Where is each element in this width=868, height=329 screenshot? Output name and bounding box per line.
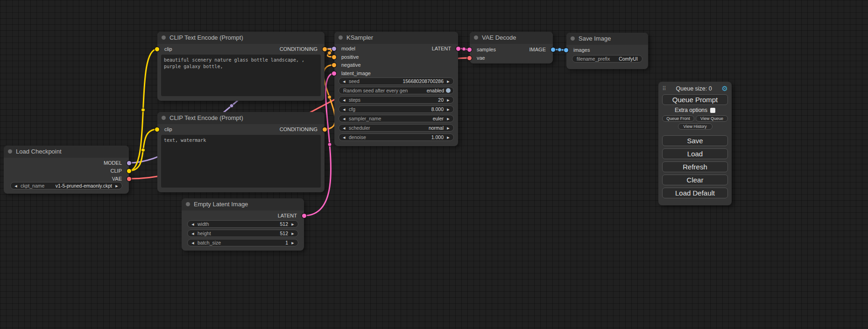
widget-denoise[interactable]: ◀ denoise 1.000 ▶ [339,133,454,141]
widget-width[interactable]: ◀ width 512 ▶ [187,220,298,228]
output-label-latent: LATENT [278,212,297,220]
node-title-label: KSampler [346,34,373,41]
queue-front-button[interactable]: Queue Front [662,115,694,122]
node-ksampler[interactable]: KSampler model LATENT positive negative … [334,32,458,146]
widget-steps[interactable]: ◀ steps 20 ▶ [339,96,454,104]
collapse-dot-icon[interactable] [8,149,12,154]
port-clip-input[interactable] [155,127,159,132]
load-default-button[interactable]: Load Default [662,188,728,198]
toggle-icon[interactable] [446,88,451,93]
collapse-dot-icon[interactable] [186,202,190,206]
port-vae-output[interactable] [127,177,131,181]
collapse-dot-icon[interactable] [474,35,478,40]
node-title-bar[interactable]: KSampler [334,32,458,44]
view-queue-button[interactable]: View Queue [696,115,728,122]
collapse-dot-icon[interactable] [162,116,166,120]
widget-batch-size[interactable]: ◀ batch_size 1 ▶ [187,239,298,246]
arrow-left-icon[interactable]: ◀ [341,136,347,139]
arrow-right-icon[interactable]: ▶ [445,126,451,130]
arrow-right-icon[interactable]: ▶ [445,136,451,139]
input-label-clip: clip [164,45,172,53]
queue-prompt-button[interactable]: Queue Prompt [662,94,728,105]
widget-random-seed[interactable]: Random seed after every gen enabled [339,87,454,94]
widget-filename-prefix[interactable]: filename_prefix ComfyUI [572,55,642,63]
node-title-bar[interactable]: Save Image [566,33,648,45]
view-history-button[interactable]: View History [678,123,713,130]
port-model-input[interactable] [332,47,336,51]
load-button[interactable]: Load [662,148,728,159]
port-conditioning-output[interactable] [323,47,327,51]
arrow-left-icon[interactable]: ◀ [190,232,196,235]
arrow-left-icon[interactable]: ◀ [341,126,347,130]
node-clip-text-encode-negative[interactable]: CLIP Text Encode (Prompt) clip CONDITION… [157,112,325,192]
arrow-left-icon[interactable]: ◀ [190,241,196,245]
collapse-dot-icon[interactable] [571,36,575,41]
node-title-label: Save Image [579,35,611,42]
node-title-bar[interactable]: CLIP Text Encode (Prompt) [157,32,325,44]
port-latent-image-input[interactable] [332,71,336,76]
port-images-input[interactable] [564,48,568,52]
node-title-bar[interactable]: Load Checkpoint [4,146,129,158]
slot-row: images [566,46,648,54]
port-vae-input[interactable] [467,56,472,60]
extra-options-checkbox[interactable] [710,108,715,113]
node-save-image[interactable]: Save Image images filename_prefix ComfyU… [566,33,648,69]
widget-sampler-name[interactable]: ◀ sampler_name euler ▶ [339,115,454,122]
widget-value: 1.000 [431,134,444,140]
clear-button[interactable]: Clear [662,175,728,185]
widget-height[interactable]: ◀ height 512 ▶ [187,230,298,237]
port-clip-input[interactable] [155,47,159,51]
settings-gear-icon[interactable]: ⚙ [722,85,728,92]
slot-row: samples IMAGE [470,46,553,54]
node-empty-latent-image[interactable]: Empty Latent Image LATENT ◀ width 512 ▶ … [182,198,304,251]
node-load-checkpoint[interactable]: Load Checkpoint MODEL CLIP VAE ◀ ckpt_na… [4,146,129,194]
port-model-output[interactable] [127,161,131,165]
widget-value: euler [433,116,444,121]
arrow-left-icon[interactable]: ◀ [190,223,196,226]
widget-ckpt-name[interactable]: ◀ ckpt_name v1-5-pruned-emaonly.ckpt ▶ [10,182,122,189]
port-samples-input[interactable] [467,48,472,52]
collapse-dot-icon[interactable] [339,35,343,40]
negative-prompt-textarea[interactable]: text, watermark [161,135,321,188]
node-title-bar[interactable]: Empty Latent Image [182,198,304,210]
port-latent-output[interactable] [456,47,460,51]
node-title-bar[interactable]: CLIP Text Encode (Prompt) [157,112,325,124]
arrow-right-icon[interactable]: ▶ [290,241,296,245]
port-positive-input[interactable] [332,55,336,59]
port-latent-output[interactable] [302,214,306,218]
drag-handle-icon[interactable]: ⠿ [662,85,666,92]
port-image-output[interactable] [551,48,555,52]
arrow-right-icon[interactable]: ▶ [290,232,296,235]
arrow-left-icon[interactable]: ◀ [341,108,347,111]
port-negative-input[interactable] [332,63,336,67]
slot-row: MODEL [4,159,129,167]
node-graph-canvas[interactable]: Load Checkpoint MODEL CLIP VAE ◀ ckpt_na… [0,0,868,329]
widget-cfg[interactable]: ◀ cfg 8.000 ▶ [339,105,454,113]
widget-scheduler[interactable]: ◀ scheduler normal ▶ [339,124,454,132]
save-button[interactable]: Save [662,135,728,146]
arrow-left-icon[interactable]: ◀ [341,98,347,102]
arrow-right-icon[interactable]: ▶ [445,80,451,83]
history-row: View History [662,123,728,130]
arrow-right-icon[interactable]: ▶ [445,98,451,102]
positive-prompt-textarea[interactable]: beautiful scenery nature glass bottle la… [161,55,321,96]
arrow-right-icon[interactable]: ▶ [445,117,451,120]
output-label-conditioning: CONDITIONING [280,126,318,133]
arrow-right-icon[interactable]: ▶ [445,108,451,111]
arrow-left-icon[interactable]: ◀ [13,184,19,188]
node-clip-text-encode-positive[interactable]: CLIP Text Encode (Prompt) clip CONDITION… [157,32,325,101]
input-label-negative: negative [341,61,361,69]
node-title-bar[interactable]: VAE Decode [470,32,553,44]
arrow-left-icon[interactable]: ◀ [341,117,347,120]
node-vae-decode[interactable]: VAE Decode samples IMAGE vae [470,32,553,63]
widget-seed[interactable]: ◀ seed 156680208700286 ▶ [339,77,454,85]
collapse-dot-icon[interactable] [162,35,166,40]
port-conditioning-output[interactable] [323,127,327,132]
widget-value: 20 [438,97,444,103]
wire-clip-to-positive [129,49,157,171]
refresh-button[interactable]: Refresh [662,161,728,172]
arrow-right-icon[interactable]: ▶ [114,184,120,188]
port-clip-output[interactable] [127,169,131,173]
arrow-left-icon[interactable]: ◀ [341,80,347,83]
arrow-right-icon[interactable]: ▶ [290,223,296,226]
